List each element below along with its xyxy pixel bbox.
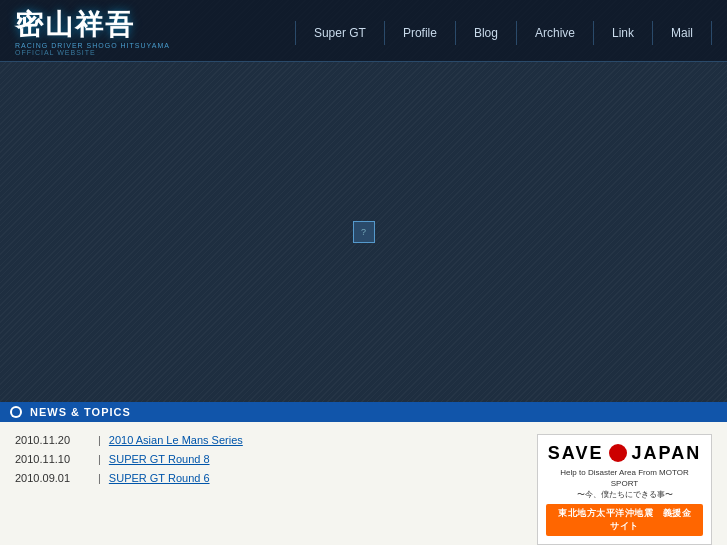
news-section: 2010.11.20 | 2010 Asian Le Mans Series 2…: [0, 422, 727, 545]
news-item: 2010.11.20 | 2010 Asian Le Mans Series: [15, 434, 522, 446]
news-item: 2010.11.10 | SUPER GT Round 8: [15, 453, 522, 465]
main-nav: Super GT Profile Blog Archive Link Mail: [295, 21, 712, 45]
nav-item-super-gt[interactable]: Super GT: [295, 21, 384, 45]
header: 密山祥吾 RACING DRIVER SHOGO HITSUYAMA OFFIC…: [0, 0, 727, 62]
nav-item-mail[interactable]: Mail: [652, 21, 712, 45]
news-link-1[interactable]: 2010 Asian Le Mans Series: [109, 434, 243, 446]
logo-area: 密山祥吾 RACING DRIVER SHOGO HITSUYAMA OFFIC…: [15, 10, 170, 56]
nav-item-profile[interactable]: Profile: [384, 21, 455, 45]
news-link-2[interactable]: SUPER GT Round 8: [109, 453, 210, 465]
news-item: 2010.09.01 | SUPER GT Round 6: [15, 472, 522, 484]
logo-subtitle: RACING DRIVER SHOGO HITSUYAMA: [15, 42, 170, 49]
save-japan-save: SAVE: [548, 443, 604, 464]
nav-item-blog[interactable]: Blog: [455, 21, 516, 45]
nav-item-archive[interactable]: Archive: [516, 21, 593, 45]
save-japan-japan: JAPAN: [632, 443, 702, 464]
page-wrapper: 密山祥吾 RACING DRIVER SHOGO HITSUYAMA OFFIC…: [0, 0, 727, 545]
save-japan-banner[interactable]: SAVE JAPAN Help to Disaster Area From MO…: [537, 434, 712, 545]
news-date: 2010.09.01: [15, 472, 90, 484]
news-icon: [10, 406, 22, 418]
news-date: 2010.11.10: [15, 453, 90, 465]
news-link-3[interactable]: SUPER GT Round 6: [109, 472, 210, 484]
save-japan-button[interactable]: 東北地方太平洋沖地震 義援金サイト: [546, 504, 703, 536]
logo-kanji: 密山祥吾: [15, 10, 170, 41]
news-bar: NEWS & TOPICS: [0, 402, 727, 422]
save-japan-circle-icon: [609, 444, 627, 462]
save-japan-subtitle: Help to Disaster Area From MOTOR SPORT〜今…: [546, 467, 703, 501]
flash-placeholder[interactable]: ?: [353, 221, 375, 243]
main-content: ?: [0, 62, 727, 402]
news-bar-label: NEWS & TOPICS: [30, 406, 131, 418]
logo-official: OFFICIAL WEBSITE: [15, 49, 170, 56]
nav-item-link[interactable]: Link: [593, 21, 652, 45]
news-date: 2010.11.20: [15, 434, 90, 446]
news-list: 2010.11.20 | 2010 Asian Le Mans Series 2…: [15, 434, 522, 545]
